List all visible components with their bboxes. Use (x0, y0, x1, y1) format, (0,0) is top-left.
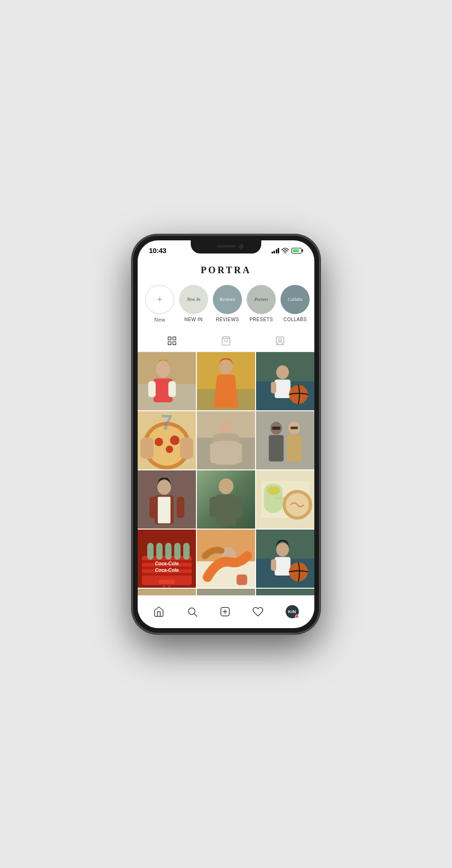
search-icon (187, 606, 198, 617)
avatar[interactable]: KIN (286, 605, 299, 618)
svg-rect-37 (234, 443, 242, 463)
svg-point-63 (267, 486, 280, 494)
nav-search[interactable] (181, 603, 203, 620)
tab-shop[interactable] (199, 330, 253, 352)
notch-camera (239, 244, 243, 249)
phone-screen: 10:43 (138, 240, 314, 628)
story-circle-new[interactable]: + (145, 285, 174, 314)
story-item-collabs[interactable]: Collabs COLLABS (281, 285, 310, 323)
tab-bar (138, 330, 314, 352)
wifi-icon (281, 248, 289, 253)
svg-text:Coca-Cola: Coca-Cola (155, 568, 179, 573)
grid-cell-10[interactable]: Coca-Cola Coca-Cola (138, 530, 196, 588)
avatar-initials: KIN (288, 609, 296, 614)
svg-rect-1 (168, 337, 171, 339)
story-circle-reviews[interactable]: Reviews (213, 285, 242, 314)
app-logo: PORTRA (145, 265, 307, 276)
story-item-new-in[interactable]: New In NEW IN (179, 285, 208, 323)
status-icons (272, 248, 304, 253)
svg-rect-38 (256, 411, 314, 469)
photo-10: Coca-Cola Coca-Cola (138, 530, 196, 588)
profile-icon (275, 336, 285, 346)
story-label-new-in: NEW IN (184, 317, 203, 322)
svg-rect-72 (156, 543, 163, 560)
story-item-reviews[interactable]: Reviews REVIEWS (213, 285, 242, 323)
tab-grid[interactable] (145, 330, 199, 352)
svg-text:Coca-Cola: Coca-Cola (155, 561, 179, 566)
nav-heart[interactable] (247, 603, 269, 620)
grid-cell-13[interactable] (138, 589, 196, 595)
svg-rect-43 (272, 426, 281, 430)
svg-rect-29 (140, 438, 154, 459)
svg-rect-89 (138, 589, 196, 595)
svg-rect-100 (256, 589, 314, 595)
svg-rect-44 (290, 426, 298, 429)
svg-rect-76 (159, 580, 175, 584)
heart-icon (252, 606, 264, 617)
photo-13 (138, 589, 196, 595)
svg-point-26 (155, 438, 163, 446)
avatar-notification-dot (295, 615, 299, 618)
notch (191, 240, 261, 253)
svg-rect-12 (148, 381, 156, 397)
story-circle-new-in[interactable]: New In (179, 285, 208, 314)
photo-8 (197, 470, 255, 529)
grid-cell-15[interactable] (256, 589, 314, 595)
photo-1 (138, 352, 196, 410)
story-circle-collabs[interactable]: Collabs (281, 285, 310, 314)
grid-cell-8[interactable] (197, 470, 255, 529)
story-circle-presets[interactable]: Presets (247, 285, 276, 314)
svg-point-53 (218, 478, 234, 494)
tab-profile[interactable] (253, 330, 307, 352)
nav-add[interactable] (214, 603, 236, 620)
grid-cell-1[interactable] (138, 352, 196, 410)
svg-rect-42 (287, 435, 302, 461)
grid-cell-9[interactable]: receipt text (256, 470, 314, 529)
stories-row: + New New In NEW IN Reviews (138, 281, 314, 330)
svg-rect-55 (210, 497, 218, 517)
phone-wrapper: 10:43 (127, 232, 325, 636)
nav-home[interactable] (148, 603, 170, 620)
nav-profile[interactable]: KIN (280, 602, 304, 621)
story-label-presets: PRESETS (249, 317, 273, 322)
story-item-presets[interactable]: Presets PRESETS (247, 285, 276, 323)
photo-12 (256, 530, 314, 588)
svg-point-10 (156, 361, 171, 377)
svg-point-19 (276, 365, 289, 379)
svg-rect-68 (142, 573, 192, 576)
photo-11 (197, 530, 255, 588)
story-label-collabs: COLLABS (283, 317, 307, 322)
svg-point-0 (285, 253, 286, 253)
grid-cell-12[interactable] (256, 530, 314, 588)
photo-14 (197, 589, 255, 595)
grid-cell-3[interactable] (256, 352, 314, 410)
svg-rect-40 (269, 435, 284, 461)
svg-rect-50 (158, 497, 171, 523)
grid-icon (167, 336, 177, 346)
svg-rect-54 (216, 494, 236, 525)
svg-rect-36 (210, 443, 218, 463)
svg-point-7 (279, 338, 281, 341)
grid-cell-2[interactable] (197, 352, 255, 410)
grid-cell-4[interactable]: 7 (138, 411, 196, 469)
svg-rect-71 (147, 543, 154, 560)
add-icon (219, 606, 231, 617)
grid-cell-7[interactable] (138, 470, 196, 529)
story-label-reviews: REVIEWS (216, 317, 239, 322)
svg-line-105 (194, 614, 197, 617)
svg-point-28 (170, 435, 179, 445)
svg-point-104 (188, 608, 195, 615)
svg-point-22 (289, 384, 308, 404)
photo-3 (256, 352, 314, 410)
grid-cell-11[interactable] (197, 530, 255, 588)
story-item-new[interactable]: + New (145, 285, 174, 323)
story-overlay-new-in: New In (187, 297, 201, 302)
grid-cell-5[interactable] (197, 411, 255, 469)
svg-point-46 (157, 480, 171, 495)
grid-cell-14[interactable] (197, 589, 255, 595)
svg-rect-13 (168, 381, 176, 397)
svg-rect-77 (163, 584, 165, 588)
grid-cell-6[interactable] (256, 411, 314, 469)
svg-rect-74 (174, 543, 181, 560)
svg-rect-49 (177, 497, 184, 518)
